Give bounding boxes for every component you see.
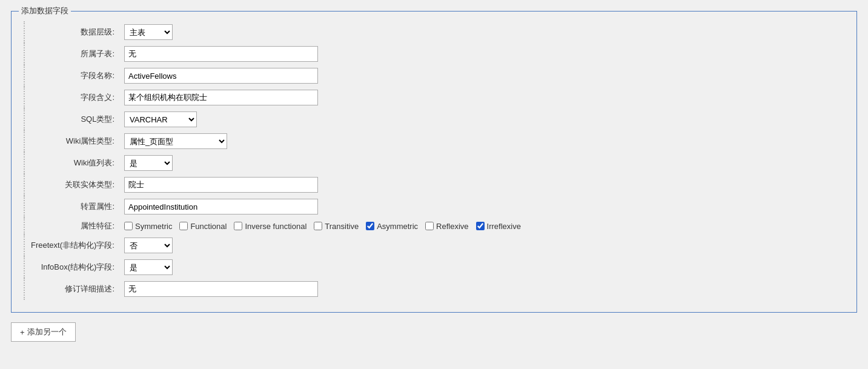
infobox-select[interactable]: 是 否 [124,259,173,275]
label-irreflexive: Irreflexive [487,222,521,231]
row-freetext: Freetext(非结构化)字段: 否 是 [24,234,844,256]
belongs-table-label: 所属子表: [24,43,121,65]
fieldset-box: 添加数据字段 数据层级: 主表 子表 所属子表: [11,11,857,313]
wiki-value-list-select[interactable]: 是 否 [124,155,173,171]
label-transitive: Transitive [325,222,359,231]
row-sql-type: SQL类型: VARCHAR INT TEXT DATE BOOLEAN [24,108,844,130]
label-asymmetric: Asymmetric [377,222,418,231]
checkbox-item-inverse-functional: Inverse functional [234,222,306,231]
row-belongs-table: 所属子表: [24,43,844,65]
revision-desc-input[interactable] [124,281,318,297]
wiki-value-list-label: Wiki值列表: [24,152,121,174]
row-field-definition: 字段含义: [24,87,844,108]
add-icon: + [20,328,25,337]
label-symmetric: Symmetric [135,222,172,231]
attr-feature-cell: Symmetric Functional Inverse functional [121,218,844,234]
add-another-button[interactable]: + 添加另一个 [11,322,76,342]
revision-desc-cell [121,278,844,300]
data-level-label: 数据层级: [24,21,121,43]
row-wiki-attr-type: Wiki属性类型: 属性_页面型 属性_文本型 属性_数值型 [24,130,844,152]
infobox-cell: 是 否 [121,256,844,278]
infobox-label: InfoBox(结构化)字段: [24,256,121,278]
checkbox-item-functional: Functional [179,222,227,231]
sql-type-cell: VARCHAR INT TEXT DATE BOOLEAN [121,108,844,130]
transfer-attr-cell [121,196,844,218]
checkbox-item-asymmetric: Asymmetric [366,222,418,231]
transfer-attr-label: 转置属性: [24,196,121,218]
checkbox-item-reflexive: Reflexive [425,222,468,231]
wiki-attr-type-label: Wiki属性类型: [24,130,121,152]
checkbox-item-symmetric: Symmetric [124,222,172,231]
sql-type-select[interactable]: VARCHAR INT TEXT DATE BOOLEAN [124,111,197,127]
checkbox-item-irreflexive: Irreflexive [476,222,521,231]
label-inverse-functional: Inverse functional [245,222,306,231]
related-entity-cell [121,174,844,196]
fieldset-legend: 添加数据字段 [19,5,71,16]
field-definition-label: 字段含义: [24,87,121,108]
row-data-level: 数据层级: 主表 子表 [24,21,844,43]
field-name-cell [121,65,844,87]
data-level-select[interactable]: 主表 子表 [124,24,173,40]
row-revision-desc: 修订详细描述: [24,278,844,300]
checkbox-inverse-functional[interactable] [234,222,242,230]
data-level-cell: 主表 子表 [121,21,844,43]
outer-container: 添加数据字段 数据层级: 主表 子表 所属子表: [6,6,862,347]
row-attr-feature: 属性特征: Symmetric Functional I [24,218,844,234]
checkbox-functional[interactable] [179,222,188,230]
row-field-name: 字段名称: [24,65,844,87]
field-name-input[interactable] [124,68,318,84]
row-infobox: InfoBox(结构化)字段: 是 否 [24,256,844,278]
checkbox-item-transitive: Transitive [314,222,359,231]
belongs-table-cell [121,43,844,65]
checkbox-reflexive[interactable] [425,222,434,230]
field-definition-input[interactable] [124,90,318,105]
row-related-entity: 关联实体类型: [24,174,844,196]
wiki-attr-type-select[interactable]: 属性_页面型 属性_文本型 属性_数值型 [124,133,227,149]
add-button-label: 添加另一个 [27,327,67,337]
checkbox-row: Symmetric Functional Inverse functional [124,222,841,231]
transfer-attr-input[interactable] [124,199,318,214]
attr-feature-label: 属性特征: [24,218,121,234]
freetext-label: Freetext(非结构化)字段: [24,234,121,256]
label-reflexive: Reflexive [436,222,468,231]
related-entity-input[interactable] [124,177,318,193]
row-wiki-value-list: Wiki值列表: 是 否 [24,152,844,174]
checkbox-irreflexive[interactable] [476,222,485,230]
label-functional: Functional [190,222,227,231]
freetext-select[interactable]: 否 是 [124,238,173,253]
wiki-value-list-cell: 是 否 [121,152,844,174]
row-transfer-attr: 转置属性: [24,196,844,218]
checkbox-symmetric[interactable] [124,222,133,230]
checkbox-asymmetric[interactable] [366,222,374,230]
field-name-label: 字段名称: [24,65,121,87]
checkbox-transitive[interactable] [314,222,322,230]
wiki-attr-type-cell: 属性_页面型 属性_文本型 属性_数值型 [121,130,844,152]
belongs-table-input[interactable] [124,46,318,62]
form-table: 数据层级: 主表 子表 所属子表: 字段名称: [24,21,844,300]
revision-desc-label: 修订详细描述: [24,278,121,300]
field-definition-cell [121,87,844,108]
sql-type-label: SQL类型: [24,108,121,130]
freetext-cell: 否 是 [121,234,844,256]
related-entity-label: 关联实体类型: [24,174,121,196]
